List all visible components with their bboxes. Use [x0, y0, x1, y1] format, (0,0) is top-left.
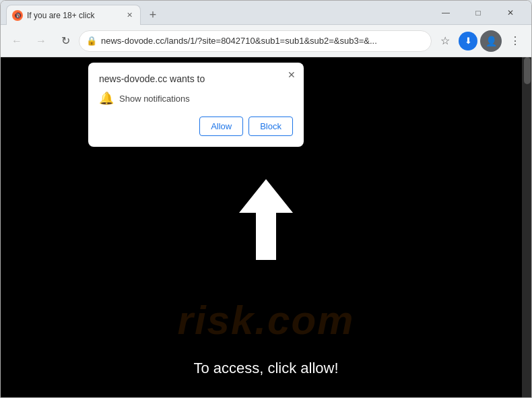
notification-popup: ✕ news-dovode.cc wants to 🔔 Show notific… [88, 63, 304, 147]
popup-title: news-dovode.cc wants to [99, 73, 293, 84]
watermark: risk.com [1, 297, 531, 343]
title-bar: 🔞 If you are 18+ click ✕ + — □ ✕ [1, 1, 531, 25]
profile-button[interactable]: 👤 [480, 30, 502, 52]
popup-buttons: Allow Block [99, 117, 293, 136]
refresh-button[interactable]: ↻ [55, 30, 76, 52]
tab-area: 🔞 If you are 18+ click ✕ + [6, 1, 428, 24]
window-controls: — □ ✕ [430, 3, 526, 23]
tab-close-button[interactable]: ✕ [124, 10, 135, 21]
browser-window: 🔞 If you are 18+ click ✕ + — □ ✕ ← → ↻ 🔒… [0, 0, 532, 398]
tab-favicon: 🔞 [12, 10, 23, 21]
maximize-button[interactable]: □ [463, 3, 494, 23]
scrollbar-thumb[interactable] [524, 57, 531, 84]
bell-icon: 🔔 [99, 91, 114, 106]
new-tab-button[interactable]: + [143, 5, 162, 24]
arrow-container [239, 179, 293, 260]
popup-close-button[interactable]: ✕ [285, 68, 298, 81]
navigation-bar: ← → ↻ 🔒 news-dovode.cc/lands/1/?site=804… [1, 25, 531, 57]
downloads-button[interactable]: ⬇ [459, 32, 477, 51]
minimize-button[interactable]: — [430, 3, 461, 23]
address-bar[interactable]: 🔒 news-dovode.cc/lands/1/?site=8042710&s… [79, 30, 432, 52]
block-button[interactable]: Block [248, 117, 293, 136]
arrow-up-icon [239, 179, 293, 260]
menu-button[interactable]: ⋮ [504, 30, 526, 52]
close-button[interactable]: ✕ [495, 3, 526, 23]
svg-marker-0 [239, 179, 293, 260]
notification-label: Show notifications [119, 94, 190, 104]
active-tab[interactable]: 🔞 If you are 18+ click ✕ [6, 5, 141, 25]
allow-button[interactable]: Allow [199, 117, 243, 136]
scrollbar[interactable] [522, 57, 531, 397]
address-text: news-dovode.cc/lands/1/?site=8042710&sub… [101, 36, 424, 46]
forward-button[interactable]: → [30, 30, 52, 52]
lock-icon: 🔒 [86, 36, 97, 46]
back-button[interactable]: ← [6, 30, 28, 52]
bookmark-button[interactable]: ☆ [434, 30, 456, 52]
popup-notification-row: 🔔 Show notifications [99, 91, 293, 106]
tab-title: If you are 18+ click [27, 11, 120, 20]
access-text: To access, click allow! [193, 360, 338, 377]
content-area: risk.com To access, click allow! ✕ news-… [1, 57, 531, 397]
